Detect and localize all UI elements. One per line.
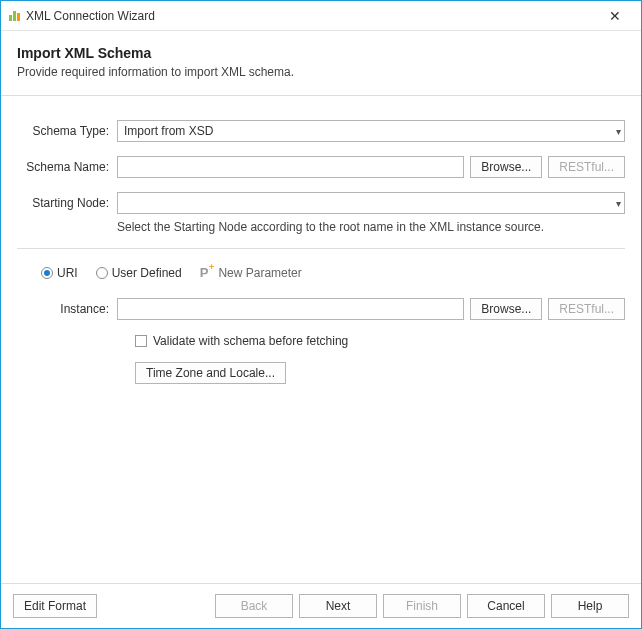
starting-node-select[interactable]: ▾ xyxy=(117,192,625,214)
radio-uri[interactable]: URI xyxy=(41,266,78,280)
radio-user-defined[interactable]: User Defined xyxy=(96,266,182,280)
timezone-locale-button[interactable]: Time Zone and Locale... xyxy=(135,362,286,384)
page-title: Import XML Schema xyxy=(17,45,625,61)
wizard-header: Import XML Schema Provide required infor… xyxy=(1,31,641,96)
schema-name-browse-button[interactable]: Browse... xyxy=(470,156,542,178)
cancel-button[interactable]: Cancel xyxy=(467,594,545,618)
radio-uri-label: URI xyxy=(57,266,78,280)
close-icon[interactable]: ✕ xyxy=(595,8,635,24)
checkbox-icon xyxy=(135,335,147,347)
instance-restful-button[interactable]: RESTful... xyxy=(548,298,625,320)
wizard-content: Schema Type: Import from XSD ▾ Schema Na… xyxy=(1,96,641,583)
parameter-icon: P xyxy=(200,265,209,280)
new-parameter-label: New Parameter xyxy=(218,266,301,280)
schema-type-value: Import from XSD xyxy=(117,120,625,142)
title-bar: XML Connection Wizard ✕ xyxy=(1,1,641,31)
window-title: XML Connection Wizard xyxy=(26,9,595,23)
starting-node-hint: Select the Starting Node according to th… xyxy=(117,220,625,234)
section-divider xyxy=(17,248,625,249)
radio-dot-icon xyxy=(96,267,108,279)
schema-name-restful-button[interactable]: RESTful... xyxy=(548,156,625,178)
instance-label: Instance: xyxy=(17,302,117,316)
edit-format-button[interactable]: Edit Format xyxy=(13,594,97,618)
radio-user-defined-label: User Defined xyxy=(112,266,182,280)
back-button[interactable]: Back xyxy=(215,594,293,618)
schema-type-select[interactable]: Import from XSD ▾ xyxy=(117,120,625,142)
help-button[interactable]: Help xyxy=(551,594,629,618)
validate-checkbox-row[interactable]: Validate with schema before fetching xyxy=(135,334,625,348)
starting-node-label: Starting Node: xyxy=(17,196,117,210)
app-icon xyxy=(9,11,20,21)
instance-input[interactable] xyxy=(117,298,464,320)
instance-browse-button[interactable]: Browse... xyxy=(470,298,542,320)
next-button[interactable]: Next xyxy=(299,594,377,618)
schema-name-label: Schema Name: xyxy=(17,160,117,174)
new-parameter-button[interactable]: P New Parameter xyxy=(200,265,302,280)
validate-label: Validate with schema before fetching xyxy=(153,334,348,348)
page-subtitle: Provide required information to import X… xyxy=(17,65,625,79)
wizard-footer: Edit Format Back Next Finish Cancel Help xyxy=(1,583,641,628)
schema-type-label: Schema Type: xyxy=(17,124,117,138)
source-radio-group: URI User Defined P New Parameter xyxy=(41,265,625,280)
radio-dot-icon xyxy=(41,267,53,279)
finish-button[interactable]: Finish xyxy=(383,594,461,618)
schema-name-input[interactable] xyxy=(117,156,464,178)
starting-node-value xyxy=(117,192,625,214)
